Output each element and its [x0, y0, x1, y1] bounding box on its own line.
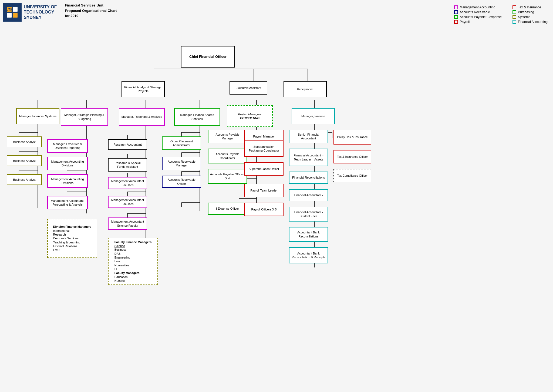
- legend-box-red: [454, 20, 458, 24]
- accountant-bank-receipts-node: Accountant Bank Reconciliation & Receipt…: [289, 247, 328, 263]
- mgmt-accounting-div1-node: Management Accounting Divisions: [47, 157, 88, 170]
- executive-assistant-node: Executive Assistant: [230, 81, 267, 95]
- legend-financial-accounting: Financial Accounting: [512, 20, 548, 24]
- tax-compliance-officer-label: Tax Compliance Officer: [337, 174, 368, 177]
- ap-coordinator-node: Accounts Payable Coordinator: [208, 149, 247, 163]
- mgmt-accountant-forecasting-label: Management Accountant, Forecasting & Ana…: [49, 199, 86, 207]
- business-analyst-3-label: Business Analyst: [13, 178, 35, 182]
- business-analyst-1-node: Business Analyst: [7, 136, 42, 147]
- legend-box-teal: [512, 20, 516, 24]
- business-analyst-1-label: Business Analyst: [13, 140, 35, 144]
- fa-team-leader-node: Financial Accountant – Team Leader – Ass…: [289, 149, 328, 166]
- logo-area: UTS UNIVERSITY OFTECHNOLOGYSYDNEY: [3, 3, 57, 22]
- mgr-strategic-planning-node: Manager, Strategic Planning & Budgeting: [61, 108, 108, 126]
- mgr-reporting-label: Manager, Reporting & Analysis: [122, 115, 162, 119]
- faculty-finance-content: Faculty Finance Managers ScienceBusiness…: [114, 240, 152, 283]
- tax-compliance-officer-node: Tax Compliance Officer: [333, 169, 371, 182]
- cfo-node: Chief Financial Officer: [181, 46, 235, 68]
- business-analyst-2-label: Business Analyst: [13, 159, 35, 163]
- business-analyst-2-node: Business Analyst: [7, 155, 42, 166]
- tax-insurance-officer-label: Tax & Insurance Officer: [337, 155, 368, 159]
- accountant-bank-rec-label: Accountant Bank Reconciliations: [291, 230, 326, 238]
- super-officer-node: Superannuation Officer: [244, 162, 284, 176]
- mgr-strategic-planning-label: Manager, Strategic Planning & Budgeting: [63, 113, 106, 121]
- business-analyst-3-node: Business Analyst: [7, 174, 42, 185]
- legend-box-green: [512, 10, 516, 14]
- receptionist-node: Receptionist: [284, 81, 327, 97]
- legend-box-red-tax: [512, 5, 516, 9]
- legend-label: Tax & Insurance: [518, 5, 541, 9]
- accountant-bank-receipts-label: Accountant Bank Reconciliation & Receipt…: [291, 252, 326, 259]
- legend-label: Purchasing: [518, 10, 534, 14]
- mgmt-accounting-div2-node: Management Accounting Divisions: [47, 174, 88, 188]
- ar-manager-node: Accounts Receivable Manager: [162, 157, 201, 170]
- payroll-officers-node: Payroll Officers X 5: [244, 203, 284, 216]
- faculty-finance-managers-node: Faculty Finance Managers ScienceBusiness…: [108, 238, 158, 285]
- payroll-manager-label: Payroll Manager: [253, 135, 275, 138]
- legend-box-olive: [512, 15, 516, 19]
- mgr-reporting-node: Manager, Reporting & Analysis: [119, 108, 165, 126]
- research-accountant-node: Research Accountant: [108, 139, 147, 150]
- mgmt-accounting-div2-label: Management Accounting Divisions: [49, 177, 86, 185]
- cfo-label: Chief Financial Officer: [189, 55, 227, 59]
- super-packaging-label: Superannuation Packaging Coordinator: [247, 145, 281, 153]
- chart-title: Financial Services Unit Proposed Organis…: [65, 3, 117, 19]
- research-special-label: Research & Special Funds Assistant: [110, 161, 145, 169]
- super-packaging-node: Superannuation Packaging Coordinator: [244, 140, 284, 157]
- research-accountant-label: Research Accountant: [113, 143, 142, 146]
- page: UTS UNIVERSITY OFTECHNOLOGYSYDNEY Financ…: [0, 0, 553, 392]
- ap-officers-label: Accounts Payable Officers X 4: [210, 172, 245, 180]
- legend-label: Accounts Receivable: [460, 10, 490, 14]
- legend-box-blue: [454, 10, 458, 14]
- ap-manager-label: Accounts Payable Manager: [210, 133, 245, 140]
- svg-rect-2: [7, 13, 12, 18]
- senior-fa-node: Senior Financial Accountant: [289, 130, 328, 143]
- policy-tax-node: Policy, Tax & Insurance: [333, 130, 371, 145]
- mgr-financial-systems-node: Manager, Financial Systems: [16, 108, 59, 124]
- payroll-team-leader-label: Payroll Team Leader: [250, 189, 278, 192]
- legend-purchasing: Purchasing: [512, 10, 548, 14]
- mgr-finance-shared-node: Manager, Finance Shared Services: [174, 108, 220, 126]
- svg-rect-1: [13, 7, 18, 12]
- receptionist-label: Receptionist: [297, 87, 313, 91]
- mgmt-accountant-faculties1-node: Management Accountant Faculties: [108, 177, 147, 189]
- org-chart: Chief Financial Officer Financial Analys…: [3, 24, 550, 376]
- mgmt-accountant-science-node: Management Accountant Science Faculty: [108, 217, 147, 230]
- mgr-finance-node: Manager, Finance: [292, 108, 335, 124]
- mgr-finance-shared-label: Manager, Finance Shared Services: [176, 113, 218, 121]
- iexpense-officer-node: I-Expense Officer: [208, 203, 247, 215]
- mgmt-accountant-forecasting-node: Management Accountant, Forecasting & Ana…: [47, 196, 88, 209]
- mgmt-accounting-div1-label: Management Accounting Divisions: [49, 160, 86, 167]
- mgr-exec-divisions-label: Manager, Executive & Divisions Reporting: [49, 142, 86, 150]
- ar-officer-label: Accounts Receivable Officer: [164, 178, 199, 186]
- mgr-exec-divisions-node: Manager, Executive & Divisions Reporting: [47, 139, 88, 153]
- legend-label: Accounts Payable/ I-expense: [460, 15, 501, 19]
- svg-text:UTS: UTS: [6, 8, 12, 11]
- project-managers-node: Project ManagersCONSULTING: [227, 105, 273, 127]
- ap-officers-node: Accounts Payable Officers X 4: [208, 169, 247, 184]
- fa-team-leader-label: Financial Accountant – Team Leader – Ass…: [291, 153, 326, 161]
- division-finance-content: Division Finance Managers InternationalR…: [53, 225, 92, 252]
- mgmt-accountant-science-label: Management Accountant Science Faculty: [110, 220, 145, 227]
- division-finance-managers-node: Division Finance Managers InternationalR…: [47, 219, 97, 258]
- mgr-finance-label: Manager, Finance: [301, 114, 325, 118]
- mgmt-accountant-faculties2-label: Management Accountant Faculties: [110, 198, 145, 206]
- mgr-financial-systems-label: Manager, Financial Systems: [19, 114, 56, 118]
- senior-fa-label: Senior Financial Accountant: [291, 133, 326, 140]
- financial-reconciliations-label: Financial Reconciliations: [292, 176, 325, 179]
- legend: Management Accounting Tax & Insurance Ac…: [454, 5, 548, 24]
- fa-student-fees-label: Financial Accountant -Student Fees: [291, 210, 326, 218]
- super-officer-label: Superannuation Officer: [249, 167, 279, 171]
- legend-label: Payroll: [460, 20, 470, 24]
- logo-box: UTS: [3, 3, 22, 22]
- ar-manager-label: Accounts Receivable Manager: [164, 160, 199, 167]
- financial-analyst-label: Financial Analyst & Strategic Projects: [124, 85, 163, 93]
- legend-box-green-ap: [454, 15, 458, 19]
- legend-label: Financial Accounting: [518, 20, 548, 24]
- legend-box-magenta: [454, 5, 458, 9]
- financial-accountant-label: Financial Accountant -: [294, 193, 323, 197]
- financial-accountant-node: Financial Accountant -: [289, 189, 328, 201]
- order-placement-label: Order Placement Administrator: [164, 139, 199, 147]
- tax-insurance-officer-node: Tax & Insurance Officer: [333, 150, 371, 163]
- payroll-officers-label: Payroll Officers X 5: [251, 207, 277, 211]
